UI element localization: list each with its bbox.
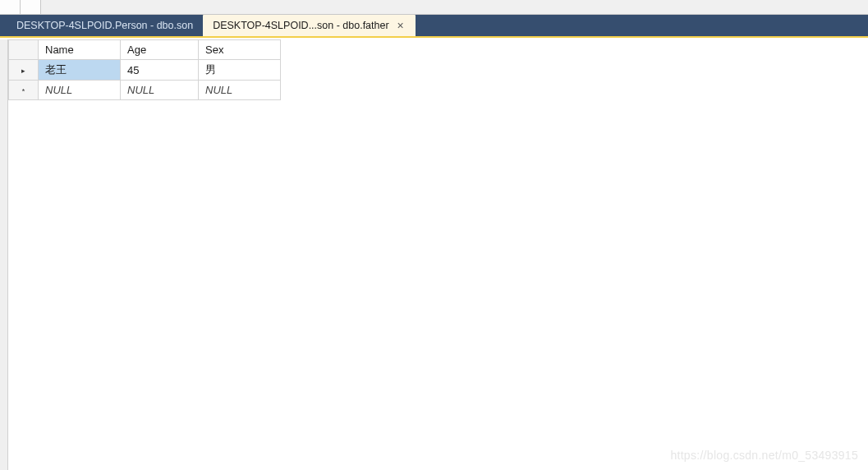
tab-label: DESKTOP-4SLPOID...son - dbo.father	[213, 20, 388, 31]
cell-age[interactable]: NULL	[121, 81, 199, 100]
data-grid[interactable]: Name Age Sex ▸ 老王 45 男 * NULL NULL NULL	[8, 39, 281, 100]
cell-sex[interactable]: NULL	[199, 81, 281, 100]
tab-dbo-father[interactable]: DESKTOP-4SLPOID...son - dbo.father ×	[203, 15, 416, 36]
column-header-name[interactable]: Name	[39, 40, 121, 60]
corner-cell[interactable]	[9, 40, 39, 60]
cell-name[interactable]: NULL	[39, 81, 121, 100]
toolbar-button[interactable]	[21, 0, 40, 14]
row-indicator[interactable]: *	[9, 81, 39, 100]
cell-name[interactable]: 老王	[39, 60, 121, 81]
toolbar-fragment	[0, 0, 41, 14]
cell-age[interactable]: 45	[121, 60, 199, 81]
table-row[interactable]: ▸ 老王 45 男	[9, 60, 281, 81]
row-indicator[interactable]: ▸	[9, 60, 39, 81]
top-toolbar	[0, 0, 868, 15]
column-header-age[interactable]: Age	[121, 40, 199, 60]
header-row: Name Age Sex	[9, 40, 281, 60]
tab-label: DESKTOP-4SLPOID.Person - dbo.son	[16, 20, 193, 31]
column-header-sex[interactable]: Sex	[199, 40, 281, 60]
cell-sex[interactable]: 男	[199, 60, 281, 81]
tab-bar: DESKTOP-4SLPOID.Person - dbo.son DESKTOP…	[0, 15, 868, 38]
toolbar-button[interactable]	[0, 0, 21, 14]
left-gutter	[0, 39, 8, 470]
content-area: Name Age Sex ▸ 老王 45 男 * NULL NULL NULL	[8, 39, 868, 470]
close-icon[interactable]: ×	[396, 20, 406, 31]
table-row[interactable]: * NULL NULL NULL	[9, 81, 281, 100]
tab-dbo-son[interactable]: DESKTOP-4SLPOID.Person - dbo.son	[7, 15, 203, 36]
